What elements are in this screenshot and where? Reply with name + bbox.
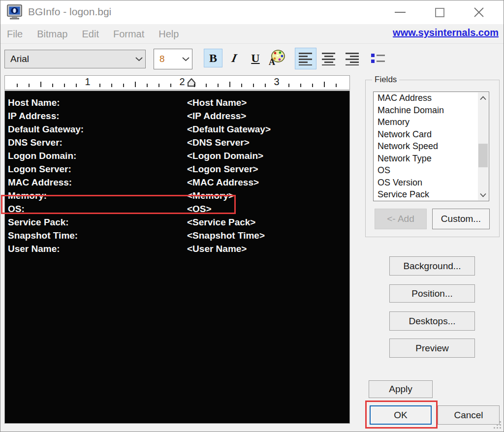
underline-icon: U bbox=[251, 52, 259, 65]
font-size-select[interactable]: 8 bbox=[154, 49, 192, 69]
font-color-palette-icon: A bbox=[268, 49, 285, 67]
editor-row-value: <Snapshot Time> bbox=[187, 230, 265, 241]
ruler-number: 1 bbox=[85, 76, 90, 88]
editor-row-value: <DNS Server> bbox=[187, 137, 250, 148]
ruler-tick bbox=[76, 84, 77, 87]
chevron-down-icon bbox=[132, 57, 145, 62]
fields-listbox[interactable]: MAC AddressMachine DomainMemoryNetwork C… bbox=[373, 92, 489, 201]
bginfo-app-icon bbox=[6, 4, 23, 21]
align-left-button[interactable] bbox=[295, 48, 316, 69]
fields-item-os-version[interactable]: OS Version bbox=[374, 177, 489, 189]
ruler-tick bbox=[288, 84, 289, 87]
bold-icon: B bbox=[209, 52, 217, 65]
editor-row-service-pack: Service Pack:<Service Pack> bbox=[5, 217, 349, 230]
fields-group-label: Fields bbox=[372, 75, 399, 85]
sysinternals-link[interactable]: www.sysinternals.com bbox=[393, 27, 499, 38]
menu-item-bitmap[interactable]: Bitmap bbox=[37, 29, 67, 40]
editor-row-default-gateway: Default Gateway:<Default Gateway> bbox=[5, 124, 349, 137]
close-button[interactable] bbox=[472, 5, 486, 19]
underline-button[interactable]: U bbox=[246, 49, 265, 67]
maximize-button[interactable] bbox=[434, 6, 445, 18]
scroll-down-button[interactable] bbox=[478, 189, 488, 200]
ruler-tick bbox=[253, 84, 254, 87]
align-left-icon bbox=[298, 52, 314, 65]
editor-row-label: Service Pack: bbox=[8, 217, 69, 228]
fields-item-os[interactable]: OS bbox=[374, 164, 489, 177]
tab-stop-marker[interactable] bbox=[186, 78, 197, 89]
editor-row-value: <Memory> bbox=[187, 190, 234, 201]
font-family-value: Arial bbox=[5, 54, 132, 64]
ruler-tick bbox=[135, 82, 136, 87]
editor-row-value: <Logon Server> bbox=[187, 164, 258, 175]
editor-canvas[interactable]: Host Name:<Host Name>IP Address:<IP Addr… bbox=[4, 91, 350, 424]
ruler-tick bbox=[64, 84, 65, 87]
ruler-tick bbox=[170, 84, 171, 87]
fields-item-network-card[interactable]: Network Card bbox=[374, 128, 489, 141]
editor-row-value: <User Name> bbox=[187, 244, 247, 254]
menu-item-file[interactable]: File bbox=[7, 29, 23, 40]
bullet-list-button[interactable] bbox=[367, 48, 389, 69]
editor-row-label: Logon Server: bbox=[8, 164, 71, 175]
fields-scrollbar[interactable] bbox=[478, 93, 488, 200]
editor-row-host-name: Host Name:<Host Name> bbox=[5, 97, 349, 111]
editor-row-logon-server: Logon Server:<Logon Server> bbox=[5, 164, 349, 177]
editor-row-label: Default Gateway: bbox=[8, 124, 84, 135]
menu-bar: FileBitmapEditFormatHelp www.sysinternal… bbox=[0, 24, 504, 44]
chevron-down-icon bbox=[179, 57, 192, 62]
editor-row-label: IP Address: bbox=[8, 111, 60, 122]
font-family-select[interactable]: Arial bbox=[4, 50, 146, 68]
minimize-icon bbox=[395, 12, 406, 13]
add-field-button[interactable]: <- Add bbox=[375, 209, 427, 229]
ruler-tick bbox=[52, 84, 53, 87]
title-bar: BGInfo - logon.bgi bbox=[0, 0, 504, 24]
font-color-button[interactable]: A bbox=[266, 48, 287, 68]
editor-row-dns-server: DNS Server:<DNS Server> bbox=[5, 137, 349, 151]
ruler-tick bbox=[99, 84, 100, 87]
maximize-icon bbox=[435, 8, 444, 17]
ruler-number: 3 bbox=[274, 76, 279, 88]
font-size-value: 8 bbox=[154, 54, 179, 64]
editor-row-os: OS:<OS> bbox=[5, 204, 349, 217]
fields-item-machine-domain[interactable]: Machine Domain bbox=[374, 104, 489, 117]
fields-item-mac-address[interactable]: MAC Address bbox=[374, 92, 489, 104]
minimize-button[interactable] bbox=[394, 6, 406, 18]
ruler-tick bbox=[241, 84, 242, 87]
ok-button[interactable]: OK bbox=[370, 405, 432, 425]
editor-row-label: Logon Domain: bbox=[8, 151, 76, 161]
align-right-button[interactable] bbox=[341, 48, 363, 69]
italic-button[interactable]: I bbox=[225, 49, 244, 67]
menu-items: FileBitmapEditFormatHelp bbox=[7, 24, 179, 44]
ruler-tick bbox=[336, 84, 337, 87]
editor-row-value: <OS> bbox=[187, 204, 212, 215]
scroll-up-button[interactable] bbox=[478, 93, 488, 103]
menu-item-edit[interactable]: Edit bbox=[82, 29, 98, 40]
ruler-tick bbox=[218, 84, 219, 87]
cancel-button[interactable]: Cancel bbox=[438, 405, 500, 425]
fields-item-service-pack[interactable]: Service Pack bbox=[374, 188, 489, 201]
position-button[interactable]: Position... bbox=[389, 284, 475, 303]
window-title: BGInfo - logon.bgi bbox=[28, 6, 111, 18]
editor-row-label: OS: bbox=[8, 204, 25, 215]
bullet-list-icon bbox=[370, 52, 386, 65]
apply-button[interactable]: Apply bbox=[369, 380, 433, 398]
align-center-button[interactable] bbox=[318, 48, 340, 69]
menu-item-help[interactable]: Help bbox=[158, 29, 179, 40]
editor-row-value: <Logon Domain> bbox=[187, 151, 263, 161]
scrollbar-thumb[interactable] bbox=[478, 144, 488, 167]
custom-field-button[interactable]: Custom... bbox=[432, 209, 490, 229]
fields-item-network-speed[interactable]: Network Speed bbox=[374, 140, 489, 153]
background-button[interactable]: Background... bbox=[389, 256, 475, 276]
ruler-tick bbox=[147, 84, 148, 87]
menu-item-format[interactable]: Format bbox=[113, 29, 144, 40]
desktops-button[interactable]: Desktops... bbox=[389, 311, 475, 331]
editor-row-value: <IP Address> bbox=[187, 111, 246, 122]
chevron-down-icon bbox=[480, 193, 486, 197]
ruler[interactable]: 123 bbox=[4, 75, 350, 90]
fields-item-memory[interactable]: Memory bbox=[374, 116, 489, 128]
fields-item-network-type[interactable]: Network Type bbox=[374, 153, 489, 165]
preview-button[interactable]: Preview bbox=[389, 339, 475, 358]
ruler-tick bbox=[206, 84, 207, 87]
resize-grip[interactable] bbox=[493, 420, 503, 430]
bold-button[interactable]: B bbox=[204, 49, 222, 67]
editor-row-value: <Host Name> bbox=[187, 97, 247, 108]
